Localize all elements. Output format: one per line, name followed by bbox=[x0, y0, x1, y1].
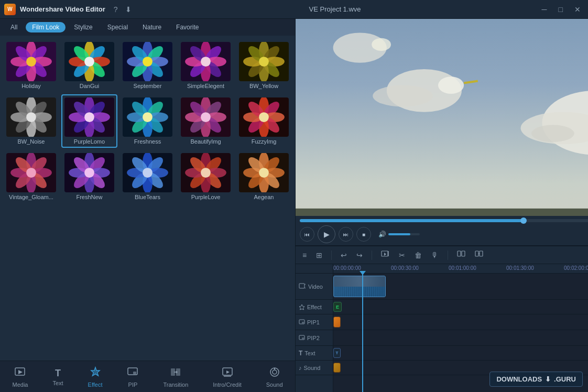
effects-grid: Holiday bbox=[0, 36, 295, 361]
effect-aegean[interactable]: Aegean bbox=[236, 150, 292, 203]
svg-rect-190 bbox=[302, 337, 304, 339]
effect-icon bbox=[90, 366, 101, 380]
close-button[interactable]: ✕ bbox=[571, 4, 584, 15]
tab-favorite[interactable]: Favorite bbox=[170, 22, 205, 32]
toolbar-media-label: Media bbox=[12, 382, 28, 388]
svg-point-71 bbox=[143, 112, 153, 122]
progress-bar[interactable] bbox=[300, 219, 588, 222]
playhead[interactable] bbox=[362, 274, 363, 392]
stop-button[interactable]: ■ bbox=[356, 227, 371, 242]
effect-september-label: September bbox=[123, 83, 172, 89]
volume-fill bbox=[388, 233, 410, 235]
timeline-toolbar: ≡ ⊞ ↩ ↪ ✂ 🗑 🎙 － bbox=[296, 246, 588, 264]
effect-dangui[interactable]: DanGui bbox=[61, 39, 117, 92]
toolbar-effect[interactable]: Effect bbox=[82, 364, 109, 390]
svg-point-17 bbox=[84, 57, 94, 67]
effect-vintagegloam[interactable]: Vintage_Gloam... bbox=[3, 150, 59, 203]
toolbar-media[interactable]: Media bbox=[6, 364, 34, 390]
maximize-button[interactable]: □ bbox=[556, 4, 566, 15]
svg-point-62 bbox=[84, 112, 94, 122]
app-name: Wondershare Video Editor bbox=[20, 5, 105, 13]
text-track-icon: T bbox=[299, 350, 302, 357]
delete-button[interactable]: 🗑 bbox=[412, 249, 424, 261]
media-icon bbox=[14, 366, 26, 380]
play-button[interactable]: ▶ bbox=[318, 225, 335, 243]
help-icon[interactable]: ? bbox=[114, 5, 118, 14]
watermark-download-icon: ⬇ bbox=[545, 375, 551, 383]
effect-freshness[interactable]: Freshness bbox=[119, 94, 176, 148]
undo-button[interactable]: ↩ bbox=[338, 249, 350, 261]
svg-point-8 bbox=[26, 57, 36, 67]
toolbar-transition[interactable]: Transition bbox=[157, 364, 194, 390]
svg-rect-140 bbox=[133, 372, 136, 374]
toolbar-sound[interactable]: Sound bbox=[260, 364, 289, 390]
split-button[interactable] bbox=[454, 248, 468, 262]
svg-point-98 bbox=[26, 168, 36, 178]
effect-september[interactable]: September bbox=[119, 39, 176, 92]
text-clip[interactable]: T bbox=[333, 348, 341, 358]
toolbar-sound-label: Sound bbox=[266, 382, 283, 388]
timeline-area: ≡ ⊞ ↩ ↪ ✂ 🗑 🎙 － bbox=[296, 245, 588, 392]
filter-tabs: All Film Look Stylize Special Nature Fav… bbox=[0, 19, 295, 36]
effect-beautifyimg[interactable]: BeautifyImg bbox=[178, 94, 234, 148]
svg-point-167 bbox=[372, 38, 391, 51]
track-label-pip2: PIP2 bbox=[296, 330, 333, 346]
sound-track-label: Sound bbox=[304, 365, 321, 371]
svg-rect-150 bbox=[296, 209, 588, 216]
track-label-sound: ♪ Sound bbox=[296, 361, 333, 375]
effect-holiday[interactable]: Holiday bbox=[3, 39, 59, 92]
svg-point-107 bbox=[84, 168, 94, 178]
svg-point-80 bbox=[201, 112, 211, 122]
svg-point-53 bbox=[26, 112, 36, 122]
text-track-label: Text bbox=[304, 350, 315, 356]
sound-clip[interactable] bbox=[333, 363, 341, 373]
effect-bwnoise[interactable]: BW_Noise bbox=[3, 94, 59, 148]
ruler-label bbox=[296, 264, 333, 274]
track-view-list-button[interactable]: ≡ bbox=[300, 249, 309, 261]
titlebar-icons: ? ⬇ bbox=[114, 5, 132, 14]
volume-slider[interactable] bbox=[388, 233, 420, 235]
preview-video bbox=[296, 19, 588, 216]
progress-handle[interactable] bbox=[520, 217, 527, 224]
pip1-track-row bbox=[333, 314, 588, 330]
preview-controls: ⏮ ▶ ⏭ ■ 🔊 00:00:12 / 00:00:30 📷 bbox=[296, 216, 588, 245]
skip-forward-button[interactable]: ⏭ bbox=[339, 227, 353, 242]
preview-area bbox=[296, 19, 588, 216]
tab-special[interactable]: Special bbox=[101, 22, 134, 32]
tab-all[interactable]: All bbox=[4, 22, 24, 32]
effect-freshnew[interactable]: FreshNew bbox=[61, 150, 117, 203]
video-track-row bbox=[333, 274, 588, 300]
effect-fuzzyimg[interactable]: FuzzyImg bbox=[236, 94, 292, 148]
skip-back-button[interactable]: ⏮ bbox=[300, 227, 314, 242]
toolbar-pip[interactable]: PIP bbox=[121, 364, 145, 390]
redo-button[interactable]: ↪ bbox=[354, 249, 365, 261]
track-view-grid-button[interactable]: ⊞ bbox=[313, 249, 325, 261]
effect-simpleelegent[interactable]: SimpleElegent bbox=[178, 39, 234, 92]
cut-button[interactable]: ✂ bbox=[396, 249, 408, 261]
effect-dangui-label: DanGui bbox=[64, 83, 114, 89]
tab-stylize[interactable]: Stylize bbox=[68, 22, 99, 32]
toolbar-introcredit[interactable]: Intro/Credit bbox=[206, 364, 247, 390]
effect-bwyellow[interactable]: BW_Yellow bbox=[236, 39, 292, 92]
minimize-button[interactable]: ─ bbox=[539, 4, 550, 15]
merge-button[interactable] bbox=[472, 248, 486, 262]
download-icon[interactable]: ⬇ bbox=[125, 5, 132, 14]
svg-rect-176 bbox=[458, 251, 461, 256]
effect-bluetears[interactable]: BlueTears bbox=[119, 150, 176, 203]
effect-purplelove[interactable]: PurpleLove bbox=[178, 150, 234, 203]
ruler-mark-0: 00:00:00:00 bbox=[333, 265, 361, 271]
tab-film-look[interactable]: Film Look bbox=[26, 22, 66, 32]
toolbar-text[interactable]: T Text bbox=[46, 366, 69, 388]
svg-point-26 bbox=[143, 57, 153, 67]
effect-purplelomo[interactable]: PurpleLomo bbox=[61, 94, 117, 148]
svg-point-160 bbox=[438, 77, 464, 94]
svg-rect-177 bbox=[462, 251, 465, 256]
track-label-pip1: PIP1 bbox=[296, 314, 333, 330]
pip1-clip[interactable] bbox=[333, 317, 341, 328]
video-track-label: Video bbox=[308, 284, 323, 290]
record-button[interactable]: 🎙 bbox=[429, 249, 441, 261]
tab-nature[interactable]: Nature bbox=[136, 22, 168, 32]
effect-clip[interactable]: E bbox=[333, 302, 342, 312]
video-clip[interactable] bbox=[333, 276, 386, 297]
insert-video-button[interactable] bbox=[378, 248, 392, 262]
